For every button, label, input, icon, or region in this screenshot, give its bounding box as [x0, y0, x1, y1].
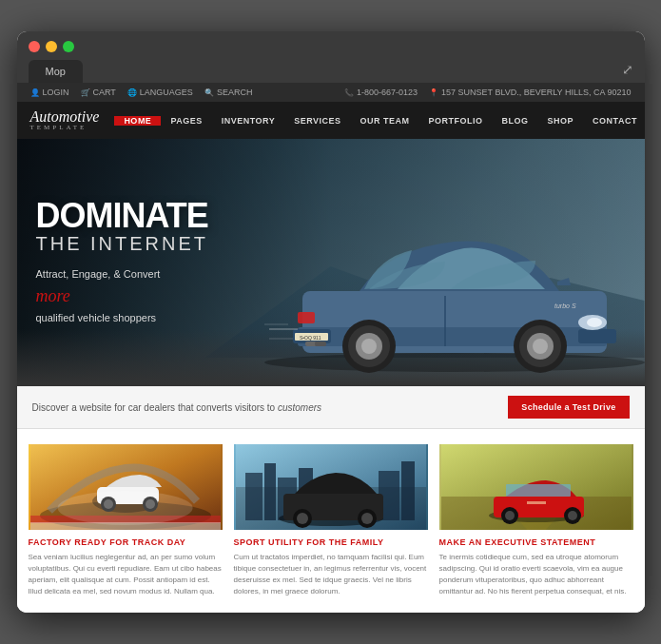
svg-point-8	[587, 318, 602, 327]
svg-rect-37	[245, 473, 262, 520]
svg-point-27	[92, 490, 159, 513]
svg-point-29	[101, 497, 116, 512]
browser-chrome: Mop ⤢	[17, 31, 645, 83]
cart-label: CART	[93, 88, 116, 97]
card-executive: MAKE AN EXECUTIVE STATEMENT Te inermis c…	[439, 444, 633, 597]
svg-point-57	[568, 511, 577, 520]
svg-point-16	[361, 339, 377, 354]
cards-section: FACTORY READY FOR TRACK DAY Sea veniam l…	[17, 429, 645, 613]
nav-item-pages[interactable]: PAGES	[161, 116, 211, 126]
dot-red[interactable]	[29, 41, 40, 52]
browser-window: Mop ⤢ 👤 LOGIN 🛒 CART 🌐 LANGUAG	[17, 31, 645, 613]
utility-languages[interactable]: 🌐 LANGUAGES	[127, 88, 193, 97]
search-icon: 🔍	[204, 88, 214, 97]
login-label: LOGIN	[43, 88, 69, 97]
browser-tab-bar: Mop ⤢	[29, 60, 633, 83]
tagline-line3: qualified vehicle shoppers	[36, 312, 157, 323]
utility-cart[interactable]: 🛒 CART	[81, 88, 116, 97]
svg-rect-58	[527, 501, 546, 504]
hero-title-sub: THE INTERNET	[36, 233, 209, 255]
card-track-day-image	[29, 444, 223, 530]
utility-right: 📞 1-800-667-0123 📍 157 SUNSET BLVD., BEV…	[344, 88, 632, 97]
hero-section: S•OQ 911	[17, 139, 645, 386]
svg-rect-53	[506, 484, 571, 497]
utility-search[interactable]: 🔍 SEARCH	[204, 88, 253, 97]
executive-svg	[439, 444, 633, 530]
cta-bar-italic: customers	[278, 402, 321, 413]
browser-expand-button[interactable]: ⤢	[622, 62, 633, 83]
svg-rect-28	[97, 487, 159, 504]
svg-point-17	[533, 339, 548, 354]
address-text: 157 SUNSET BLVD., BEVERLY HILLS, CA 9021…	[441, 88, 631, 97]
svg-point-31	[143, 497, 158, 512]
location-icon: 📍	[429, 88, 438, 97]
svg-point-0	[264, 353, 645, 372]
hero-car: S•OQ 911	[264, 186, 635, 372]
svg-rect-33	[30, 516, 221, 523]
nav-item-inventory[interactable]: INVENTORY	[212, 116, 285, 126]
card-executive-text: Te inermis cotidieque cum, sed ea utroqu…	[439, 552, 633, 597]
site-logo[interactable]: Automotive TEMPLATE	[30, 102, 100, 139]
svg-rect-20	[315, 342, 326, 346]
cta-bar-plain: Discover a website for car dealers that …	[32, 402, 276, 413]
utility-left: 👤 LOGIN 🛒 CART 🌐 LANGUAGES 🔍 SEARCH	[30, 88, 253, 97]
track-day-svg	[29, 444, 223, 530]
svg-rect-3	[578, 329, 616, 343]
site-wrapper: 👤 LOGIN 🛒 CART 🌐 LANGUAGES 🔍 SEARCH	[17, 83, 645, 613]
logo-tagline: TEMPLATE	[30, 125, 100, 131]
card-executive-title: MAKE AN EXECUTIVE STATEMENT	[439, 537, 633, 547]
globe-icon: 🌐	[127, 88, 137, 97]
search-label: SEARCH	[217, 88, 253, 97]
svg-rect-42	[401, 461, 415, 520]
utility-phone: 📞 1-800-667-0123	[344, 88, 418, 97]
phone-number: 1-800-667-0123	[357, 88, 418, 97]
tab-label: Mop	[46, 66, 66, 77]
card-executive-image	[439, 444, 633, 530]
schedule-test-drive-button[interactable]: Schedule a Test Drive	[508, 396, 629, 419]
dot-yellow[interactable]	[46, 41, 57, 52]
nav-item-our-team[interactable]: OUR TEAM	[351, 116, 419, 126]
nav-item-home[interactable]: HOME	[114, 116, 161, 126]
svg-text:turbo S: turbo S	[554, 302, 576, 309]
utility-bar: 👤 LOGIN 🛒 CART 🌐 LANGUAGES 🔍 SEARCH	[17, 83, 645, 102]
cta-bar: Discover a website for car dealers that …	[17, 386, 645, 429]
hero-text: DOMINATE THE INTERNET Attract, Engage, &…	[17, 199, 228, 327]
nav-item-portfolio[interactable]: PORTFOLIO	[419, 116, 493, 126]
svg-rect-34	[30, 522, 221, 530]
suv-svg	[234, 444, 428, 530]
tagline-italic: more	[36, 286, 70, 305]
main-nav: Automotive TEMPLATE HOME PAGES INVENTORY…	[17, 102, 645, 139]
tagline-line1: Attract, Engage, & Convert	[36, 268, 161, 280]
card-track-day-text: Sea veniam lucilius neglegentur ad, an p…	[29, 552, 223, 597]
svg-text:S•OQ 911: S•OQ 911	[300, 335, 321, 341]
languages-label: LANGUAGES	[140, 88, 193, 97]
car-svg: S•OQ 911	[264, 186, 645, 377]
svg-point-55	[505, 511, 515, 520]
dot-green[interactable]	[63, 41, 74, 52]
svg-rect-9	[298, 312, 315, 323]
svg-point-32	[146, 499, 155, 509]
hero-title-main: DOMINATE	[36, 199, 209, 233]
phone-icon: 📞	[344, 88, 354, 97]
nav-item-services[interactable]: SERVICES	[284, 116, 350, 126]
browser-tab[interactable]: Mop	[29, 60, 83, 83]
nav-item-contact[interactable]: CONTACT	[583, 116, 644, 126]
expand-icon: ⤢	[622, 62, 633, 77]
card-track-day-title: FACTORY READY FOR TRACK DAY	[29, 537, 223, 547]
card-track-day: FACTORY READY FOR TRACK DAY Sea veniam l…	[29, 444, 223, 597]
nav-item-shop[interactable]: SHOP	[538, 116, 584, 126]
card-suv: SPORT UTILITY FOR THE FAMILY Cum ut trac…	[234, 444, 428, 597]
card-suv-image	[234, 444, 428, 530]
nav-item-blog[interactable]: BLOG	[493, 116, 538, 126]
browser-dots	[29, 41, 633, 52]
svg-point-30	[104, 499, 113, 509]
card-suv-title: SPORT UTILITY FOR THE FAMILY	[234, 537, 428, 547]
utility-login[interactable]: 👤 LOGIN	[30, 88, 69, 97]
utility-address: 📍 157 SUNSET BLVD., BEVERLY HILLS, CA 90…	[429, 88, 631, 97]
nav-items: HOME PAGES INVENTORY SERVICES OUR TEAM P…	[114, 116, 644, 126]
logo-name: Automotive	[30, 108, 100, 125]
svg-point-46	[297, 513, 308, 524]
card-suv-text: Cum ut tractatos imperdiet, no tamquam f…	[234, 552, 428, 597]
cta-bar-text: Discover a website for car dealers that …	[32, 402, 322, 413]
hero-tagline: Attract, Engage, & Convert more qualifie…	[36, 266, 209, 327]
